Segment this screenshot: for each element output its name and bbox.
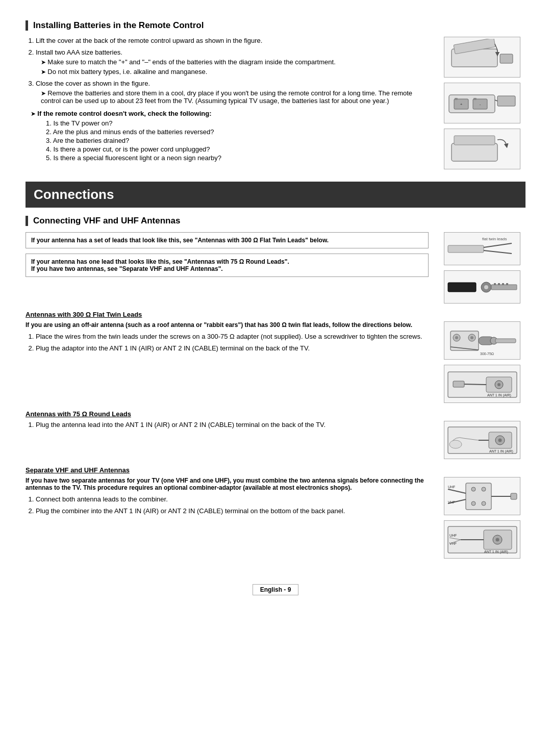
batteries-images: + -: [439, 37, 525, 169]
step-1-text: Lift the cover at the back of the remote…: [36, 37, 262, 44]
batteries-text: Lift the cover at the back of the remote…: [26, 37, 429, 169]
footer-wrap: English - 9: [26, 569, 525, 595]
svg-text:flat twin leads: flat twin leads: [482, 237, 507, 241]
svg-point-32: [470, 336, 473, 339]
round-lead-img: [444, 270, 520, 304]
svg-text:UHF: UHF: [448, 485, 455, 489]
connections-subtitle: Connecting VHF and UHF Antennas: [26, 216, 525, 226]
flat-twin-text: If you are using an off-air antenna (suc…: [26, 321, 429, 403]
step-2-text: Install two AAA size batteries.: [36, 48, 122, 56]
svg-point-22: [484, 285, 488, 289]
combiner-img: UHF VHF: [444, 477, 520, 515]
svg-text:ANT 1 IN (AIR): ANT 1 IN (AIR): [484, 550, 508, 554]
round-leads-step-1: Plug the antenna lead into the ANT 1 IN …: [36, 421, 429, 429]
flat-twin-steps: Place the wires from the twin leads unde…: [26, 333, 429, 352]
info-box-1: If your antenna has a set of leads that …: [26, 232, 429, 248]
svg-line-53: [448, 489, 466, 493]
batteries-section: Installing Batteries in the Remote Contr…: [26, 20, 525, 169]
svg-rect-20: [448, 283, 476, 292]
svg-rect-12: [497, 96, 515, 106]
check-3: 3. Are the batteries drained?: [46, 137, 429, 144]
svg-rect-16: [448, 245, 484, 253]
flat-twin-heading: Antennas with 300 Ω Flat Twin Leads: [26, 311, 525, 318]
flat-twin-intro: If you are using an off-air antenna (suc…: [26, 321, 429, 329]
batteries-steps: Lift the cover at the back of the remote…: [26, 37, 429, 105]
svg-rect-7: [455, 98, 458, 100]
svg-point-50: [449, 440, 462, 448]
svg-point-62: [482, 501, 486, 506]
step-3: Close the cover as shown in the figure. …: [36, 80, 429, 105]
svg-text:-: -: [480, 102, 481, 107]
step-3-subitems: Remove the batteries and store them in a…: [36, 89, 429, 105]
svg-text:ANT 1 IN (AIR): ANT 1 IN (AIR): [489, 449, 513, 453]
check-1: 1. Is the TV power on?: [46, 119, 429, 127]
battery-img-2: + -: [444, 83, 520, 123]
separate-steps: Connect both antenna leads to the combin…: [26, 495, 429, 515]
connections-section: Connecting VHF and UHF Antennas If your …: [26, 216, 525, 559]
svg-rect-15: [454, 136, 495, 145]
step-1: Lift the cover at the back of the remote…: [36, 37, 429, 44]
svg-text:UHF: UHF: [449, 534, 457, 537]
check-heading: If the remote control doesn't work, chec…: [37, 110, 211, 117]
svg-rect-24: [494, 283, 496, 285]
check-list: If the remote control doesn't work, chec…: [26, 110, 429, 162]
flat-twin-img: flat twin leads: [444, 232, 520, 265]
adapter-screw-img: 300-75Ω: [444, 321, 520, 360]
svg-rect-4: [500, 54, 513, 63]
svg-point-59: [471, 487, 475, 491]
round-leads-heading: Antennas with 75 Ω Round Leads: [26, 410, 525, 418]
page-content: Installing Batteries in the Remote Contr…: [26, 20, 525, 595]
check-numbered: 1. Is the TV power on? 2. Are the plus a…: [31, 119, 429, 162]
separate-step-2: Plug the combiner into the ANT 1 IN (AIR…: [36, 507, 429, 515]
round-leads-images: ANT 1 IN (AIR): [439, 421, 525, 459]
check-heading-item: If the remote control doesn't work, chec…: [31, 110, 429, 162]
svg-point-60: [482, 487, 486, 491]
flat-twin-layout: If you are using an off-air antenna (suc…: [26, 321, 525, 403]
info-box-2: If your antenna has one lead that looks …: [26, 254, 429, 277]
check-5: 5. Is there a special fluorescent light …: [46, 154, 429, 162]
battery-img-3: [444, 129, 520, 169]
info-boxes-text: If your antenna has a set of leads that …: [26, 232, 429, 304]
round-leads-text: Plug the antenna lead into the ANT 1 IN …: [26, 421, 429, 459]
flat-twin-section: Antennas with 300 Ω Flat Twin Leads If y…: [26, 311, 525, 403]
svg-point-61: [471, 501, 475, 506]
step-2-sub-2: Do not mix battery types, i.e. alkaline …: [41, 68, 429, 75]
separate-layout: If you have two separate antennas for yo…: [26, 477, 525, 559]
flat-twin-images: 300-75Ω ANT 1 IN (AIR): [439, 321, 525, 403]
separate-heading: Separate VHF and UHF Antennas: [26, 466, 525, 474]
batteries-layout: Lift the cover at the back of the remote…: [26, 37, 525, 169]
svg-line-17: [484, 243, 512, 247]
svg-rect-52: [466, 483, 491, 510]
svg-rect-58: [511, 493, 517, 499]
batteries-title: Installing Batteries in the Remote Contr…: [26, 20, 525, 31]
svg-rect-44: [453, 381, 464, 387]
step-2-subitems: Make sure to match the "+" and "–" ends …: [36, 58, 429, 75]
info-boxes-layout: If your antenna has a set of leads that …: [26, 232, 525, 304]
svg-rect-10: [473, 98, 477, 100]
svg-text:300-75Ω: 300-75Ω: [480, 352, 494, 356]
svg-rect-26: [502, 283, 504, 285]
svg-point-48: [498, 438, 502, 442]
round-leads-section: Antennas with 75 Ω Round Leads Plug the …: [26, 410, 525, 459]
combiner-tv-img: ANT 1 IN (AIR) UHF VHF: [444, 520, 520, 559]
svg-text:+: +: [460, 102, 463, 107]
svg-line-18: [484, 250, 512, 254]
svg-point-66: [495, 538, 499, 541]
svg-rect-35: [495, 339, 516, 343]
step-2-sub-1: Make sure to match the "+" and "–" ends …: [41, 58, 429, 66]
svg-rect-27: [506, 283, 508, 285]
separate-text: If you have two separate antennas for yo…: [26, 477, 429, 559]
info-box-2-text: If your antenna has one lead that looks …: [31, 258, 289, 272]
step-3-text: Close the cover as shown in the figure.: [36, 80, 150, 87]
separate-step-1: Connect both antenna leads to the combin…: [36, 495, 429, 503]
flat-twin-step-1: Place the wires from the twin leads unde…: [36, 333, 429, 340]
step-3-sub-1: Remove the batteries and store them in a…: [41, 89, 429, 105]
svg-point-30: [455, 336, 458, 339]
svg-rect-14: [452, 143, 497, 161]
check-2: 2. Are the plus and minus ends of the ba…: [46, 128, 429, 136]
connections-big-header: Connections: [26, 182, 525, 208]
battery-img-1: [444, 37, 520, 78]
page-footer: English - 9: [253, 584, 299, 595]
separate-antennas-section: Separate VHF and UHF Antennas If you hav…: [26, 466, 525, 559]
antenna-type-images: flat twin leads: [439, 232, 525, 304]
